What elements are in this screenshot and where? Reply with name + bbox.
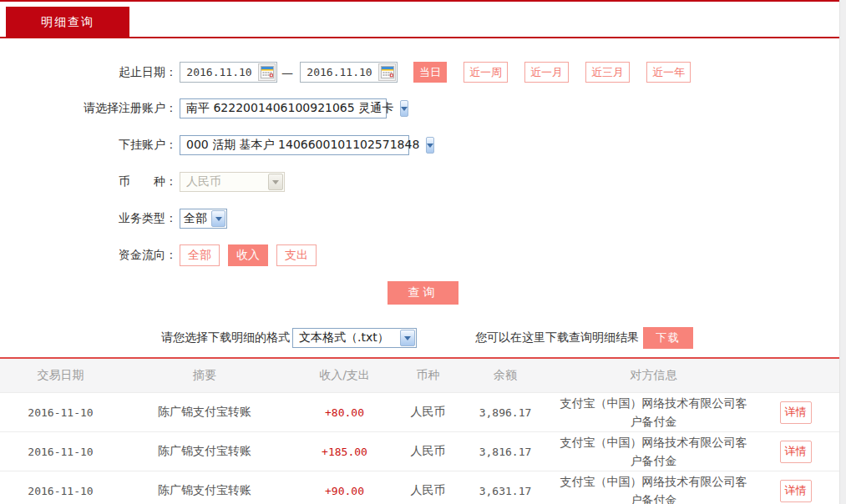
header-summary: 摘要: [121, 368, 288, 383]
header-currency: 币种: [401, 368, 455, 383]
cell-summary: 陈广锦支付宝转账: [121, 444, 288, 459]
calendar-icon: [261, 66, 274, 78]
sub-account-select[interactable]: 000 活期 基本户 1406600101102571848: [180, 135, 409, 155]
cell-trade-date: 2016-11-10: [0, 406, 121, 419]
cell-trade-date: 2016-11-10: [0, 446, 121, 458]
register-account-select[interactable]: 南平 6222001406100921065 灵通卡: [180, 98, 387, 118]
detail-button[interactable]: 详情: [780, 441, 812, 463]
chevron-down-icon: [268, 174, 283, 190]
start-date-input[interactable]: 2016.11.10: [180, 62, 277, 83]
start-date-value[interactable]: 2016.11.10: [180, 66, 258, 78]
tab-detail-query[interactable]: 明细查询: [6, 7, 129, 38]
fund-flow-expense-button[interactable]: 支出: [276, 244, 317, 266]
table-header-row: 交易日期 摘要 收入/支出 币种 余额 对方信息: [0, 359, 839, 392]
download-format-value: 文本格式（.txt）: [293, 330, 399, 345]
detail-button[interactable]: 详情: [780, 401, 812, 424]
download-format-select[interactable]: 文本格式（.txt）: [292, 328, 417, 348]
end-date-input[interactable]: 2016.11.10: [300, 62, 398, 83]
business-type-label: 业务类型：: [0, 211, 177, 226]
register-account-value: 南平 6222001406100921065 灵通卡: [180, 101, 399, 116]
cell-amount: +185.00: [288, 446, 401, 458]
detail-query-page: 明细查询 起止日期： 2016.11.10 — 2016: [0, 0, 846, 504]
download-hint: 您可以在这里下载查询明细结果: [475, 330, 639, 345]
currency-value: 人民币: [180, 174, 267, 189]
header-trade-date: 交易日期: [0, 368, 121, 383]
tab-underline: [0, 37, 839, 38]
start-date-calendar-button[interactable]: [258, 63, 276, 81]
register-account-label: 请选择注册账户：: [0, 101, 177, 116]
currency-label: 币 种：: [0, 174, 177, 189]
cell-counterparty: 支付宝（中国）网络技术有限公司客户备付金: [555, 433, 752, 470]
table-row: 2016-11-10 陈广锦支付宝转账 +90.00 人民币 3,631.17 …: [0, 471, 839, 504]
currency-row: 币 种： 人民币: [0, 172, 285, 192]
fund-flow-row: 资金流向： 全部 收入 支出: [0, 244, 317, 266]
download-row: 请您选择下载明细的格式 文本格式（.txt） 您可以在这里下载查询明细结果 下载: [0, 327, 693, 349]
calendar-icon: [381, 66, 394, 78]
detail-button[interactable]: 详情: [780, 480, 812, 502]
range-button-today[interactable]: 当日: [413, 62, 447, 83]
chevron-down-icon[interactable]: [211, 210, 225, 227]
cell-balance: 3,896.17: [455, 406, 555, 419]
chevron-down-icon[interactable]: [400, 330, 415, 346]
cell-summary: 陈广锦支付宝转账: [121, 483, 288, 498]
cell-amount: +90.00: [288, 485, 401, 497]
scrollbar-track[interactable]: [839, 0, 846, 504]
register-account-row: 请选择注册账户： 南平 6222001406100921065 灵通卡: [0, 98, 387, 118]
query-button[interactable]: 查询: [388, 281, 458, 305]
cell-trade-date: 2016-11-10: [0, 485, 121, 497]
range-button-week[interactable]: 近一周: [464, 62, 508, 83]
chevron-down-icon[interactable]: [426, 137, 434, 154]
header-counterparty: 对方信息: [555, 368, 752, 383]
header-income-expense: 收入/支出: [288, 368, 401, 383]
date-range-row: 起止日期： 2016.11.10 — 2016.11.10: [0, 62, 691, 83]
cell-counterparty: 支付宝（中国）网络技术有限公司客户备付金: [555, 394, 752, 431]
download-format-label: 请您选择下载明细的格式: [161, 330, 290, 345]
results-table: 交易日期 摘要 收入/支出 币种 余额 对方信息 2016-11-10 陈广锦支…: [0, 359, 839, 504]
range-button-year[interactable]: 近一年: [646, 62, 691, 83]
table-row: 2016-11-10 陈广锦支付宝转账 +185.00 人民币 3,816.17…: [0, 431, 839, 471]
fund-flow-label: 资金流向：: [0, 248, 177, 263]
business-type-value: 全部: [180, 211, 210, 226]
cell-currency: 人民币: [401, 405, 455, 420]
cell-counterparty: 支付宝（中国）网络技术有限公司客户备付金: [555, 472, 752, 504]
end-date-calendar-button[interactable]: [378, 63, 396, 81]
sub-account-label: 下挂账户：: [0, 138, 177, 153]
date-range-label: 起止日期：: [0, 65, 177, 80]
end-date-value[interactable]: 2016.11.10: [301, 66, 378, 78]
download-button[interactable]: 下载: [643, 327, 693, 349]
sub-account-value: 000 活期 基本户 1406600101102571848: [180, 138, 425, 153]
date-range-separator: —: [281, 66, 293, 79]
fund-flow-income-button[interactable]: 收入: [228, 244, 268, 266]
cell-currency: 人民币: [401, 483, 455, 498]
header-balance: 余额: [455, 368, 555, 383]
business-type-row: 业务类型： 全部: [0, 209, 227, 229]
cell-currency: 人民币: [401, 444, 455, 459]
cell-balance: 3,631.17: [455, 485, 555, 497]
range-button-quarter[interactable]: 近三月: [585, 62, 630, 83]
cell-balance: 3,816.17: [455, 446, 555, 458]
cell-summary: 陈广锦支付宝转账: [121, 405, 288, 420]
cell-amount: +80.00: [288, 406, 401, 419]
fund-flow-all-button[interactable]: 全部: [180, 244, 220, 266]
chevron-down-icon[interactable]: [400, 100, 408, 117]
table-row: 2016-11-10 陈广锦支付宝转账 +80.00 人民币 3,896.17 …: [0, 392, 839, 431]
range-button-month[interactable]: 近一月: [524, 62, 569, 83]
sub-account-row: 下挂账户： 000 活期 基本户 1406600101102571848: [0, 135, 409, 155]
top-divider: [0, 0, 839, 2]
business-type-select[interactable]: 全部: [180, 209, 227, 229]
currency-select: 人民币: [180, 172, 285, 192]
